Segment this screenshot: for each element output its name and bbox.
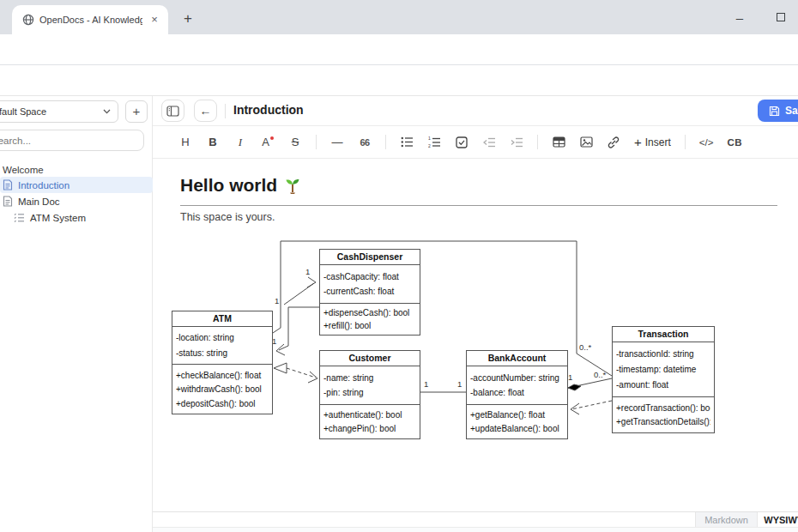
sidebar-item-main-doc[interactable]: Main Doc (0, 193, 153, 209)
italic-button[interactable]: I (233, 133, 247, 152)
new-tab-button[interactable]: + (177, 8, 199, 30)
insert-label: Insert (645, 136, 671, 148)
bullet-list-button[interactable] (400, 133, 414, 152)
window-maximize-button[interactable] (764, 0, 798, 34)
svg-text:2: 2 (428, 143, 431, 148)
font-color-button[interactable]: A (261, 133, 275, 152)
save-label: Save (785, 105, 798, 117)
editor-mode-bar: Markdown WYSIWYG (153, 511, 798, 527)
sidebar-item-label: ATM System (30, 213, 86, 223)
insert-button[interactable]: + Insert (634, 133, 671, 152)
diagram-tasks-icon (14, 213, 25, 223)
red-dot (270, 136, 274, 140)
space-name: Default Space (0, 106, 103, 117)
bold-button[interactable]: B (206, 133, 220, 152)
task-list-button[interactable] (455, 133, 469, 152)
plus-icon: + (634, 135, 642, 149)
maximize-icon (777, 13, 785, 21)
header-divider (225, 104, 226, 118)
horizontal-rule-button[interactable]: — (330, 133, 344, 152)
editor-header: ← Introduction Save (153, 96, 798, 126)
inline-code-button[interactable]: </> (699, 133, 714, 152)
close-tab-icon[interactable]: × (148, 13, 161, 27)
font-color-label: A (262, 136, 269, 148)
panel-toggle-icon (166, 106, 179, 117)
document-icon (3, 179, 13, 190)
code-block-button[interactable]: CB (727, 133, 742, 152)
space-selector[interactable]: Default Space (0, 100, 118, 123)
table-button[interactable] (552, 133, 565, 152)
sidebar-item-label: Main Doc (18, 196, 60, 207)
sidebar: Default Space + Welcome Introduction Mai… (0, 96, 153, 532)
tab-title: OpenDocs - AI Knowledge Base (39, 15, 142, 25)
search-input[interactable] (0, 130, 144, 151)
browser-tab-strip: OpenDocs - AI Knowledge Base × + – (0, 0, 798, 34)
image-button[interactable] (579, 133, 593, 152)
blockquote-button[interactable]: 66 (358, 133, 372, 152)
doc-heading-text: Hello world (180, 175, 277, 196)
tab-wysiwyg[interactable]: WYSIWYG (757, 512, 798, 528)
tree-section-label: Welcome (3, 165, 44, 175)
toggle-sidebar-button[interactable] (161, 100, 184, 122)
strikethrough-button[interactable]: S (288, 133, 302, 152)
globe-favicon-icon (22, 14, 34, 26)
doc-heading[interactable]: Hello world (180, 175, 301, 196)
save-button[interactable]: Save (758, 100, 798, 122)
back-button[interactable]: ← (194, 100, 217, 122)
heading-button[interactable]: H (178, 133, 192, 152)
document-editor[interactable]: Hello world This space is yours. (153, 159, 798, 511)
chevron-down-icon (103, 109, 111, 114)
save-floppy-icon (769, 106, 780, 117)
sidebar-item-atm-system[interactable]: ATM System (0, 209, 153, 226)
sidebar-item-introduction[interactable]: Introduction (0, 177, 153, 193)
svg-text:1: 1 (428, 136, 431, 141)
add-space-button[interactable]: + (125, 100, 148, 123)
app-header: OpenDocs Powered by Visual Paradigm Shar… (0, 65, 798, 96)
heading-rule (180, 205, 777, 206)
indent-decrease-button[interactable] (482, 133, 496, 152)
tab-markdown[interactable]: Markdown (695, 512, 757, 528)
format-toolbar: H B I A S — 66 12 + Insert </> CB (153, 126, 798, 159)
toolbar-separator (685, 135, 686, 149)
toolbar-separator (316, 135, 317, 149)
status-strip (153, 527, 798, 532)
browser-address-bar: → ai-toolbox.visual-paradigm.com/app/ope… (0, 34, 798, 65)
document-icon (3, 196, 13, 207)
browser-tab[interactable]: OpenDocs - AI Knowledge Base × (12, 5, 168, 34)
indent-increase-button[interactable] (510, 133, 523, 152)
window-minimize-button[interactable]: – (722, 0, 757, 34)
toolbar-separator (537, 135, 538, 149)
doc-paragraph[interactable]: This space is yours. (180, 211, 275, 223)
doc-title: Introduction (233, 103, 304, 117)
toolbar-separator (385, 135, 386, 149)
seedling-emoji (284, 177, 301, 194)
link-button[interactable] (607, 133, 620, 152)
sidebar-item-label: Introduction (18, 180, 70, 190)
numbered-list-button[interactable]: 12 (427, 133, 441, 152)
